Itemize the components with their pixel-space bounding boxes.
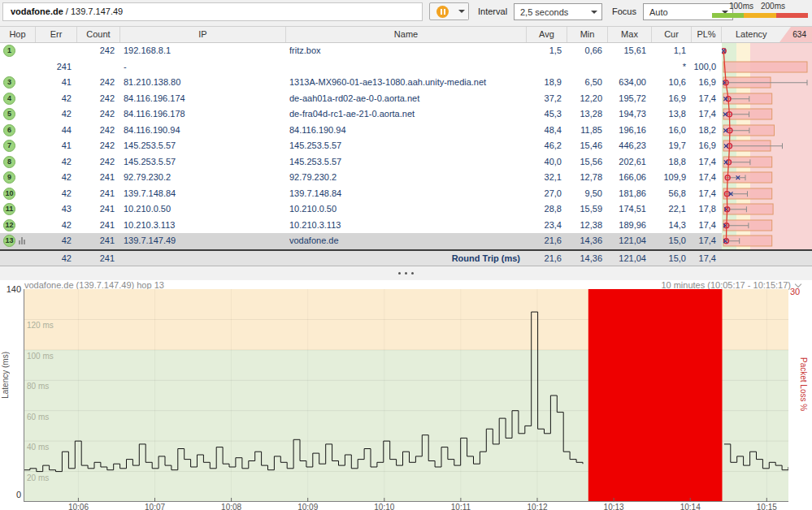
ip-cell: 145.253.5.57 [120, 138, 286, 154]
col-header-ip[interactable]: IP [120, 27, 286, 42]
table-row[interactable]: 1342241139.7.147.49vodafone.de21,614,361… [0, 233, 812, 249]
packet-loss-block [588, 289, 723, 502]
hop-cell [0, 59, 36, 76]
pl-cell: 17,4 [692, 170, 722, 186]
cur-cell: 56,8 [652, 186, 692, 202]
err-cell: 44 [36, 123, 77, 139]
ip-cell: 84.116.196.178 [120, 106, 286, 123]
col-header-pl[interactable]: PL% [692, 27, 722, 42]
pingplotter-window: vodafone.de / 139.7.147.49 Interval 2,5 … [0, 0, 812, 510]
avg-cell: 28,8 [527, 201, 567, 218]
hop-latency-graph [722, 186, 812, 202]
pause-dropdown-button[interactable] [455, 2, 469, 20]
count-cell: 241 [77, 201, 120, 218]
pl-cell [692, 43, 722, 59]
min-cell: 6,50 [567, 75, 608, 91]
min-cell: 12,20 [567, 91, 608, 107]
table-row[interactable]: 1242192.168.8.1fritz.box1,50,6615,611,1 [0, 43, 812, 59]
col-header-name[interactable]: Name [286, 27, 527, 42]
err-cell: 42 [36, 170, 77, 186]
interval-select[interactable]: 2,5 seconds [514, 3, 602, 20]
max-cell: 181,86 [608, 186, 652, 202]
max-cell: 189,96 [608, 218, 652, 234]
timeline-panel: vodafone.de (139.7.147.49) hop 13 10 min… [0, 280, 812, 510]
min-cell: 14,36 [567, 233, 608, 249]
latency-graph-cell [722, 186, 812, 202]
cur-cell: 10,6 [652, 75, 692, 91]
avg-cell: 37,2 [527, 91, 567, 107]
splitter-handle[interactable] [0, 266, 812, 280]
err-cell: 42 [36, 106, 77, 123]
table-row[interactable]: 1042241139.7.148.84139.7.148.8427,09,501… [0, 186, 812, 202]
table-row[interactable]: 114324110.210.0.5010.210.0.5028,815,5917… [0, 201, 812, 218]
cur-cell: 22,1 [652, 201, 692, 218]
pause-button[interactable] [429, 2, 456, 20]
svg-text:80 ms: 80 ms [27, 382, 49, 391]
x-tick-label: 10:08 [215, 503, 248, 510]
hop-rows: 1242192.168.8.1fritz.box1,50,6615,611,12… [0, 43, 812, 249]
caret-down-icon [458, 10, 465, 13]
hop-latency-graph [722, 138, 812, 154]
cur-cell: 19,7 [652, 138, 692, 154]
ip-cell: 84.116.196.174 [120, 91, 286, 107]
max-cell: 194,73 [608, 106, 652, 123]
table-row[interactable]: 741242145.253.5.57145.253.5.5746,215,464… [0, 138, 812, 154]
ip-cell: 92.79.230.2 [120, 170, 286, 186]
toolbar: vodafone.de / 139.7.147.49 Interval 2,5 … [0, 0, 812, 27]
avg-cell: 27,0 [527, 186, 567, 202]
name-cell: de-fra04d-rc1-ae-21-0.aorta.net [286, 106, 527, 123]
ip-cell: 145.253.5.57 [120, 154, 286, 171]
hop-cell: 5 [0, 106, 36, 123]
right-axis-title: Packet Loss % [799, 357, 808, 411]
col-header-cur[interactable]: Cur [652, 27, 692, 42]
table-row[interactable]: 54224284.116.196.178de-fra04d-rc1-ae-21-… [0, 106, 812, 123]
table-row[interactable]: 124224110.210.3.11310.210.3.11323,412,38… [0, 218, 812, 234]
x-tick-label: 10:13 [597, 503, 630, 510]
avg-cell: 23,4 [527, 218, 567, 234]
pl-cell: 16,9 [692, 138, 722, 154]
err-cell: 42 [36, 186, 77, 202]
hop-cell: 13 [0, 233, 36, 249]
table-row[interactable]: 44224284.116.196.174de-aah01a-rd02-ae-0-… [0, 91, 812, 107]
table-row[interactable]: 94224192.79.230.292.79.230.232,112,78166… [0, 170, 812, 186]
col-header-max[interactable]: Max [608, 27, 652, 42]
col-header-hop[interactable]: Hop [0, 27, 36, 42]
target-host: vodafone.de [11, 6, 63, 16]
col-header-err[interactable]: Err [36, 27, 77, 42]
latency-graph-cell [722, 138, 812, 154]
table-row[interactable]: 842242145.253.5.57145.253.5.5740,015,562… [0, 154, 812, 171]
summary-row: 42 241 Round Trip (ms) 21,6 14,36 121,04… [0, 249, 812, 266]
hop-badge: 7 [3, 140, 15, 152]
col-header-latency[interactable]: Latency 634 [722, 27, 812, 42]
max-cell: 15,61 [608, 43, 652, 59]
pl-cell: 17,4 [692, 106, 722, 123]
table-row[interactable]: 241-*100,0 [0, 59, 812, 76]
focus-graph-icon [19, 237, 25, 244]
table-row[interactable]: 64424284.116.190.9484.116.190.9448,411,8… [0, 123, 812, 139]
y-axis-min-label: 0 [0, 490, 21, 499]
latency-graph-cell [722, 123, 812, 139]
col-header-count[interactable]: Count [77, 27, 120, 42]
col-header-avg[interactable]: Avg [527, 27, 567, 42]
min-cell: 12,78 [567, 170, 608, 186]
col-header-min[interactable]: Min [567, 27, 608, 42]
hop-latency-graph [722, 75, 812, 91]
avg-cell: 21,6 [527, 233, 567, 249]
latency-graph-cell [722, 170, 812, 186]
table-row[interactable]: 34124281.210.138.801313A-MX960-01-ae13-1… [0, 75, 812, 91]
summary-avg: 21,6 [527, 251, 567, 266]
timeline-plot[interactable]: 20 ms40 ms60 ms80 ms100 ms120 ms [24, 289, 788, 502]
summary-err: 42 [36, 251, 77, 266]
err-cell: 42 [36, 91, 77, 107]
hop-badge: 13 [3, 235, 15, 247]
latency-graph-cell [722, 201, 812, 218]
latency-graph-cell [722, 59, 812, 76]
ip-cell: 139.7.147.49 [120, 233, 286, 249]
latency-scale-tag: 634 [779, 27, 812, 42]
latency-graph-cell [722, 233, 812, 249]
packet-loss-bar [723, 62, 807, 72]
x-tick-label: 10:14 [674, 503, 706, 510]
pl-cell: 100,0 [692, 59, 722, 76]
ip-cell: 81.210.138.80 [120, 75, 286, 91]
count-cell: 242 [77, 106, 120, 123]
